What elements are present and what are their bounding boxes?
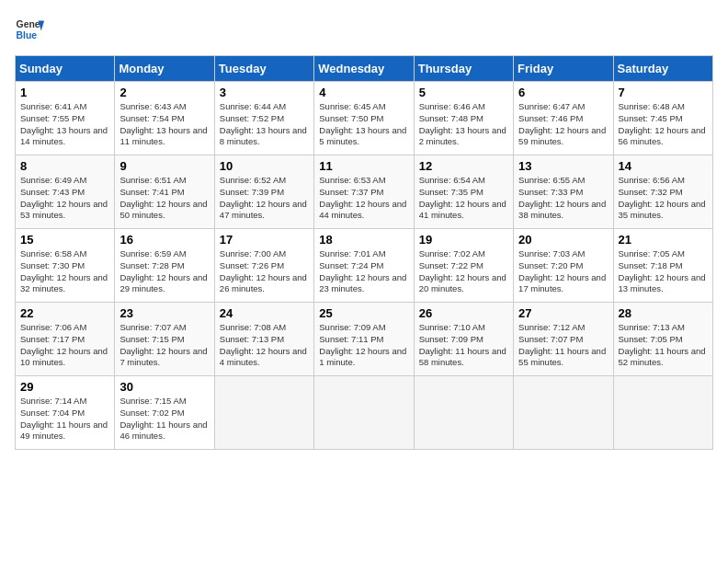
weekday-header-monday: Monday [115,56,214,82]
calendar-cell: 17 Sunrise: 7:00 AM Sunset: 7:26 PM Dayl… [214,229,313,303]
calendar-cell [214,376,313,450]
day-info: Sunrise: 6:45 AM Sunset: 7:50 PM Dayligh… [319,101,408,148]
day-info: Sunrise: 7:15 AM Sunset: 7:02 PM Dayligh… [119,396,209,442]
calendar-cell: 15 Sunrise: 6:58 AM Sunset: 7:30 PM Dayl… [16,229,115,303]
day-info: Sunrise: 7:10 AM Sunset: 7:09 PM Dayligh… [419,322,508,369]
calendar-cell: 24 Sunrise: 7:08 AM Sunset: 7:13 PM Dayl… [214,303,313,376]
day-info: Sunrise: 6:54 AM Sunset: 7:35 PM Dayligh… [419,175,508,222]
day-number: 1 [20,86,109,99]
calendar-cell: 13 Sunrise: 6:55 AM Sunset: 7:33 PM Dayl… [514,155,613,229]
day-info: Sunrise: 7:01 AM Sunset: 7:24 PM Dayligh… [319,248,408,295]
weekday-header-tuesday: Tuesday [214,56,313,82]
day-info: Sunrise: 6:55 AM Sunset: 7:33 PM Dayligh… [518,175,608,222]
weekday-header-thursday: Thursday [414,56,513,82]
calendar-cell: 28 Sunrise: 7:13 AM Sunset: 7:05 PM Dayl… [613,303,712,376]
day-number: 2 [119,86,209,99]
day-info: Sunrise: 6:47 AM Sunset: 7:46 PM Dayligh… [518,101,608,148]
day-number: 13 [518,159,608,173]
day-info: Sunrise: 6:52 AM Sunset: 7:39 PM Dayligh… [220,175,309,222]
day-info: Sunrise: 6:48 AM Sunset: 7:45 PM Dayligh… [619,101,708,148]
calendar-cell: 30 Sunrise: 7:15 AM Sunset: 7:02 PM Dayl… [115,376,214,450]
day-number: 30 [119,380,209,394]
calendar-cell [414,376,513,450]
calendar-cell: 19 Sunrise: 7:02 AM Sunset: 7:22 PM Dayl… [414,229,513,303]
day-info: Sunrise: 7:02 AM Sunset: 7:22 PM Dayligh… [419,248,508,295]
day-info: Sunrise: 6:44 AM Sunset: 7:52 PM Dayligh… [220,101,309,148]
calendar-cell: 22 Sunrise: 7:06 AM Sunset: 7:17 PM Dayl… [16,303,115,376]
calendar-cell: 8 Sunrise: 6:49 AM Sunset: 7:43 PM Dayli… [16,155,115,229]
day-info: Sunrise: 7:08 AM Sunset: 7:13 PM Dayligh… [220,322,309,369]
logo-icon: General Blue [15,15,44,44]
calendar-week-3: 15 Sunrise: 6:58 AM Sunset: 7:30 PM Dayl… [16,229,713,303]
day-number: 21 [619,233,708,247]
day-number: 17 [220,233,309,247]
calendar-cell: 14 Sunrise: 6:56 AM Sunset: 7:32 PM Dayl… [613,155,712,229]
calendar-cell: 16 Sunrise: 6:59 AM Sunset: 7:28 PM Dayl… [115,229,214,303]
day-number: 4 [319,86,408,99]
day-info: Sunrise: 7:06 AM Sunset: 7:17 PM Dayligh… [20,322,109,369]
calendar-week-5: 29 Sunrise: 7:14 AM Sunset: 7:04 PM Dayl… [16,376,713,450]
page-header: General Blue [15,15,713,44]
calendar-cell: 5 Sunrise: 6:46 AM Sunset: 7:48 PM Dayli… [414,82,513,155]
day-number: 10 [220,159,309,173]
calendar-cell: 6 Sunrise: 6:47 AM Sunset: 7:46 PM Dayli… [514,82,613,155]
day-number: 20 [518,233,608,247]
weekday-header-saturday: Saturday [613,56,712,82]
day-number: 19 [419,233,508,247]
day-number: 6 [518,86,608,99]
weekday-header-sunday: Sunday [16,56,115,82]
day-info: Sunrise: 6:51 AM Sunset: 7:41 PM Dayligh… [119,175,209,222]
day-info: Sunrise: 6:59 AM Sunset: 7:28 PM Dayligh… [119,248,209,295]
day-number: 18 [319,233,408,247]
day-number: 9 [119,159,209,173]
day-number: 8 [20,159,109,173]
day-number: 26 [419,306,508,320]
day-number: 16 [119,233,209,247]
day-info: Sunrise: 7:13 AM Sunset: 7:05 PM Dayligh… [619,322,708,369]
day-info: Sunrise: 6:58 AM Sunset: 7:30 PM Dayligh… [20,248,109,295]
calendar-week-1: 1 Sunrise: 6:41 AM Sunset: 7:55 PM Dayli… [16,82,713,155]
calendar-cell: 26 Sunrise: 7:10 AM Sunset: 7:09 PM Dayl… [414,303,513,376]
calendar-cell: 1 Sunrise: 6:41 AM Sunset: 7:55 PM Dayli… [16,82,115,155]
day-number: 29 [20,380,109,394]
day-number: 11 [319,159,408,173]
day-info: Sunrise: 7:00 AM Sunset: 7:26 PM Dayligh… [220,248,309,295]
calendar-table: SundayMondayTuesdayWednesdayThursdayFrid… [15,55,713,450]
day-info: Sunrise: 6:56 AM Sunset: 7:32 PM Dayligh… [619,175,708,222]
calendar-cell [613,376,712,450]
day-info: Sunrise: 6:43 AM Sunset: 7:54 PM Dayligh… [119,101,209,148]
day-number: 25 [319,306,408,320]
day-info: Sunrise: 6:46 AM Sunset: 7:48 PM Dayligh… [419,101,508,148]
day-info: Sunrise: 7:09 AM Sunset: 7:11 PM Dayligh… [319,322,408,369]
calendar-cell: 25 Sunrise: 7:09 AM Sunset: 7:11 PM Dayl… [314,303,414,376]
day-info: Sunrise: 7:07 AM Sunset: 7:15 PM Dayligh… [119,322,209,369]
calendar-cell [514,376,613,450]
day-info: Sunrise: 6:49 AM Sunset: 7:43 PM Dayligh… [20,175,109,222]
calendar-cell: 21 Sunrise: 7:05 AM Sunset: 7:18 PM Dayl… [613,229,712,303]
calendar-cell: 10 Sunrise: 6:52 AM Sunset: 7:39 PM Dayl… [214,155,313,229]
day-number: 5 [419,86,508,99]
calendar-cell: 11 Sunrise: 6:53 AM Sunset: 7:37 PM Dayl… [314,155,414,229]
day-number: 23 [119,306,209,320]
calendar-cell: 18 Sunrise: 7:01 AM Sunset: 7:24 PM Dayl… [314,229,414,303]
day-number: 28 [619,306,708,320]
day-number: 14 [619,159,708,173]
calendar-week-2: 8 Sunrise: 6:49 AM Sunset: 7:43 PM Dayli… [16,155,713,229]
calendar-cell: 12 Sunrise: 6:54 AM Sunset: 7:35 PM Dayl… [414,155,513,229]
day-number: 24 [220,306,309,320]
logo: General Blue [15,15,44,44]
day-info: Sunrise: 6:53 AM Sunset: 7:37 PM Dayligh… [319,175,408,222]
day-info: Sunrise: 6:41 AM Sunset: 7:55 PM Dayligh… [20,101,109,148]
calendar-cell: 7 Sunrise: 6:48 AM Sunset: 7:45 PM Dayli… [613,82,712,155]
svg-text:Blue: Blue [17,30,38,40]
calendar-week-4: 22 Sunrise: 7:06 AM Sunset: 7:17 PM Dayl… [16,303,713,376]
calendar-cell [314,376,414,450]
day-info: Sunrise: 7:03 AM Sunset: 7:20 PM Dayligh… [518,248,608,295]
day-number: 3 [220,86,309,99]
day-number: 7 [619,86,708,99]
day-info: Sunrise: 7:05 AM Sunset: 7:18 PM Dayligh… [619,248,708,295]
day-info: Sunrise: 7:12 AM Sunset: 7:07 PM Dayligh… [518,322,608,369]
calendar-cell: 23 Sunrise: 7:07 AM Sunset: 7:15 PM Dayl… [115,303,214,376]
calendar-cell: 3 Sunrise: 6:44 AM Sunset: 7:52 PM Dayli… [214,82,313,155]
calendar-cell: 29 Sunrise: 7:14 AM Sunset: 7:04 PM Dayl… [16,376,115,450]
